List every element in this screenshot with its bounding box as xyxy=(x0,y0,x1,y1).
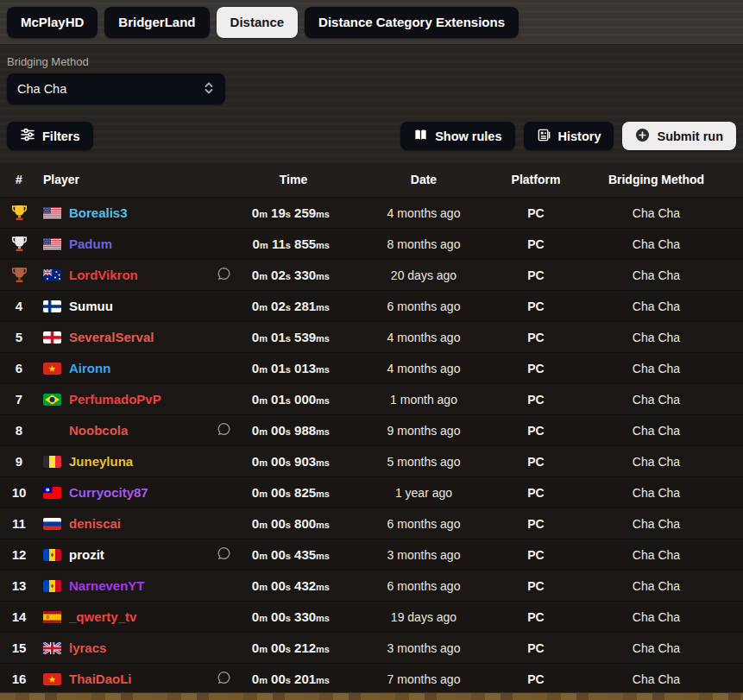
show-rules-button[interactable]: Show rules xyxy=(400,122,514,150)
platform-cell: PC xyxy=(502,424,570,438)
player-name-link[interactable]: LordVikron xyxy=(69,268,138,282)
bridging-method-cell: Cha Cha xyxy=(570,641,743,655)
player-name-link[interactable]: NarnevenYT xyxy=(69,578,145,593)
bridging-method-cell: Cha Cha xyxy=(570,455,743,469)
rank-cell: 14 xyxy=(0,609,38,624)
date-cell: 3 months ago xyxy=(345,548,502,562)
header-player: Player xyxy=(38,173,242,186)
plus-circle-icon xyxy=(635,128,650,145)
tab-distance-category-extensions[interactable]: Distance Category Extensions xyxy=(305,7,519,38)
player-name-link[interactable]: Curryocity87 xyxy=(69,485,148,500)
platform-cell: PC xyxy=(502,455,570,469)
player-cell: PerfumadoPvP xyxy=(38,384,242,414)
ru-flag-icon xyxy=(43,518,61,530)
table-row[interactable]: 12 prozit 0m 00s 435ms 3 months ago PC C… xyxy=(0,539,743,570)
player-name-link[interactable]: lyracs xyxy=(69,640,106,655)
table-row[interactable]: 16 ThaiDaoLi 0m 00s 201ms 7 months ago P… xyxy=(0,663,743,694)
player-name-link[interactable]: Noobcola xyxy=(69,423,128,438)
rank-cell: 16 xyxy=(0,672,38,686)
date-cell: 6 months ago xyxy=(345,579,502,593)
rank-cell xyxy=(0,235,38,253)
comment-bubble-icon[interactable] xyxy=(217,266,231,284)
be-flag-icon xyxy=(43,456,61,468)
table-row[interactable]: 15 lyracs 0m 00s 212ms 3 months ago PC C… xyxy=(0,632,743,663)
rank-cell: 6 xyxy=(0,361,38,375)
time-cell: 0m 00s 432ms xyxy=(242,578,345,593)
md-flag-icon xyxy=(43,549,61,561)
platform-cell: PC xyxy=(502,300,570,313)
table-row[interactable]: 5 SeveralServal 0m 01s 539ms 4 months ag… xyxy=(0,321,743,352)
filters-button[interactable]: Filters xyxy=(7,122,93,150)
history-document-icon xyxy=(537,128,551,145)
player-name-link[interactable]: Aironn xyxy=(69,361,110,375)
player-name-link[interactable]: deniscai xyxy=(69,516,121,531)
table-row[interactable]: 13 NarnevenYT 0m 00s 432ms 6 months ago … xyxy=(0,570,743,601)
time-cell: 0m 01s 539ms xyxy=(242,330,345,344)
vn-flag-icon xyxy=(43,673,61,685)
es-flag-icon xyxy=(43,611,61,623)
bridging-method-cell: Cha Cha xyxy=(570,393,743,407)
gb-flag-icon xyxy=(43,642,61,654)
table-row[interactable]: 10 Curryocity87 0m 00s 825ms 1 year ago … xyxy=(0,476,743,508)
date-cell: 6 months ago xyxy=(345,300,502,313)
table-header-row: # Player Time Date Platform Bridging Met… xyxy=(0,162,743,197)
tab-distance[interactable]: Distance xyxy=(217,7,299,38)
date-cell: 8 months ago xyxy=(345,237,502,251)
trophy-silver-icon xyxy=(10,235,28,253)
table-body: Borealis3 0m 19s 259ms 4 months ago PC C… xyxy=(0,197,743,694)
table-row[interactable]: 9 Juneyluna 0m 00s 903ms 5 months ago PC… xyxy=(0,445,743,476)
table-row[interactable]: 4 Sumuu 0m 02s 281ms 6 months ago PC Cha… xyxy=(0,290,743,321)
bridging-method-cell: Cha Cha xyxy=(570,424,743,438)
date-cell: 4 months ago xyxy=(345,206,502,220)
date-cell: 19 days ago xyxy=(345,610,502,624)
top-tab-bar: McPlayHD BridgerLand Distance Distance C… xyxy=(0,0,743,45)
time-cell: 0m 00s 330ms xyxy=(242,609,345,624)
player-cell: Aironn xyxy=(38,353,242,383)
tab-bridgerland[interactable]: BridgerLand xyxy=(104,7,209,38)
header-rank: # xyxy=(0,173,38,186)
header-platform: Platform xyxy=(502,173,570,186)
table-row[interactable]: 7 PerfumadoPvP 0m 01s 000ms 1 month ago … xyxy=(0,383,743,414)
time-cell: 0m 01s 000ms xyxy=(242,392,345,407)
table-row[interactable]: Padum 0m 11s 855ms 8 months ago PC Cha C… xyxy=(0,228,743,259)
time-cell: 0m 02s 281ms xyxy=(242,299,345,313)
player-cell: Sumuu xyxy=(38,291,242,321)
table-row[interactable]: LordVikron 0m 02s 330ms 20 days ago PC C… xyxy=(0,259,743,290)
comment-bubble-icon[interactable] xyxy=(217,421,231,439)
table-row[interactable]: Borealis3 0m 19s 259ms 4 months ago PC C… xyxy=(0,197,743,228)
player-name-link[interactable]: Borealis3 xyxy=(69,205,128,220)
table-row[interactable]: 8 Noobcola 0m 00s 988ms 9 months ago PC … xyxy=(0,414,743,445)
player-name-link[interactable]: prozit xyxy=(69,547,104,562)
comment-bubble-icon[interactable] xyxy=(217,670,231,688)
table-row[interactable]: 11 deniscai 0m 00s 800ms 6 months ago PC… xyxy=(0,508,743,539)
tw-flag-icon xyxy=(43,487,61,499)
date-cell: 4 months ago xyxy=(345,331,502,344)
history-button-label: History xyxy=(558,129,601,143)
bridging-method-select[interactable]: Cha Cha xyxy=(7,73,225,104)
sliders-icon xyxy=(20,127,35,145)
header-date: Date xyxy=(345,173,502,186)
player-name-link[interactable]: ThaiDaoLi xyxy=(69,672,132,686)
table-row[interactable]: 6 Aironn 0m 01s 013ms 4 months ago PC Ch… xyxy=(0,352,743,383)
player-name-link[interactable]: Padum xyxy=(69,236,112,251)
submit-run-button[interactable]: Submit run xyxy=(622,122,736,150)
platform-cell: PC xyxy=(502,237,570,251)
comment-bubble-icon[interactable] xyxy=(217,545,231,564)
bridging-method-cell: Cha Cha xyxy=(570,486,743,500)
player-name-link[interactable]: SeveralServal xyxy=(69,330,154,344)
bridging-method-cell: Cha Cha xyxy=(570,237,743,251)
player-cell: Juneyluna xyxy=(38,446,242,476)
player-name-link[interactable]: Juneyluna xyxy=(69,454,133,469)
tab-mcplayhd[interactable]: McPlayHD xyxy=(7,7,98,38)
bridging-method-cell: Cha Cha xyxy=(570,517,743,531)
date-cell: 9 months ago xyxy=(345,424,502,438)
time-cell: 0m 00s 825ms xyxy=(242,485,345,500)
history-button[interactable]: History xyxy=(524,122,614,150)
table-row[interactable]: 14 _qwerty_tv 0m 00s 330ms 19 days ago P… xyxy=(0,601,743,632)
platform-cell: PC xyxy=(502,268,570,282)
player-name-link[interactable]: _qwerty_tv xyxy=(69,609,136,624)
player-name-link[interactable]: PerfumadoPvP xyxy=(69,392,161,407)
player-cell: Borealis3 xyxy=(38,198,242,228)
date-cell: 1 month ago xyxy=(345,393,502,407)
player-name-link[interactable]: Sumuu xyxy=(69,299,113,313)
